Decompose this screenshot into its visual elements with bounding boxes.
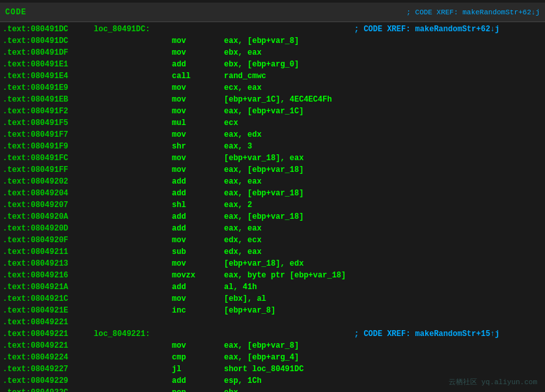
code-line: .text:080491DCmoveax, [ebp+var_8] (0, 35, 545, 47)
address: .text:08049207 (3, 199, 94, 211)
code-tab-label: CODE (5, 8, 27, 17)
mnemonic: add (172, 281, 224, 293)
operands: [ebp+var_18], edx (224, 258, 354, 270)
operands: [ebp+var_18], eax (224, 152, 354, 164)
address: .text:0804921A (3, 281, 94, 293)
mnemonic: pop (172, 387, 224, 392)
operands: eax, [ebp+var_18] (224, 164, 354, 176)
mnemonic: mov (172, 35, 224, 47)
operands: edx, eax (224, 246, 354, 258)
code-line: .text:080491F7moveax, edx (0, 129, 545, 141)
mnemonic: mov (172, 258, 224, 270)
label: loc_80491DC: (94, 23, 172, 35)
mnemonic: cmp (172, 352, 224, 363)
address: .text:08049213 (3, 258, 94, 270)
code-line: .text:08049227jlshort loc_80491DC (0, 363, 545, 375)
mnemonic: add (172, 211, 224, 223)
address: .text:080491DC (3, 23, 94, 35)
mnemonic: mov (172, 105, 224, 117)
operands: ebx (224, 387, 354, 392)
address: .text:080491F5 (3, 117, 94, 129)
address: .text:0804920A (3, 211, 94, 223)
code-line: .text:0804922Cpopebx (0, 387, 545, 392)
operands: [ebx], al (224, 293, 354, 305)
address: .text:08049221 (3, 340, 94, 352)
operands: eax, eax (224, 223, 354, 234)
code-view: CODE ; CODE XREF: makeRandomStr+62↓j .te… (0, 0, 545, 392)
operands: ebx, [ebp+arg_0] (224, 59, 354, 70)
mnemonic: mov (172, 47, 224, 59)
operands: eax, eax (224, 176, 354, 188)
address: .text:080491E4 (3, 70, 94, 82)
mnemonic: call (172, 70, 224, 82)
mnemonic: mul (172, 117, 224, 129)
address: .text:08049202 (3, 176, 94, 188)
code-line: .text:08049211subedx, eax (0, 246, 545, 258)
mnemonic: mov (172, 82, 224, 94)
address: .text:080491DC (3, 35, 94, 47)
mnemonic: mov (172, 340, 224, 352)
address: .text:08049227 (3, 363, 94, 375)
mnemonic: mov (172, 152, 224, 164)
mnemonic: shl (172, 199, 224, 211)
operands: rand_cmwc (224, 70, 354, 82)
mnemonic: sub (172, 246, 224, 258)
address: .text:0804921C (3, 293, 94, 305)
code-line: .text:08049202addeax, eax (0, 176, 545, 188)
operands: esp, 1Ch (224, 375, 354, 387)
address: .text:080491F2 (3, 105, 94, 117)
code-line: .text:0804920Fmovedx, ecx (0, 234, 545, 246)
operands: ebx, eax (224, 47, 354, 59)
mnemonic: movzx (172, 270, 224, 281)
code-line: .text:08049224cmpeax, [ebp+arg_4] (0, 352, 545, 363)
comment: ; CODE XREF: makeRandomStr+15↑j (354, 328, 499, 340)
code-line: .text:08049221loc_8049221:; CODE XREF: m… (0, 328, 545, 340)
mnemonic: add (172, 176, 224, 188)
code-line: .text:080491F5mulecx (0, 117, 545, 129)
operands: eax, [ebp+var_1C] (224, 105, 354, 117)
mnemonic: jl (172, 363, 224, 375)
mnemonic: mov (172, 293, 224, 305)
code-line: .text:0804920Aaddeax, [ebp+var_18] (0, 211, 545, 223)
mnemonic: add (172, 223, 224, 234)
code-line: .text:0804921Cmov[ebx], al (0, 293, 545, 305)
operands: eax, [ebp+arg_4] (224, 352, 354, 363)
operands: eax, [ebp+var_18] (224, 211, 354, 223)
mnemonic: add (172, 188, 224, 199)
address: .text:080491E1 (3, 59, 94, 70)
label: loc_8049221: (94, 328, 172, 340)
address: .text:080491FF (3, 164, 94, 176)
operands: ecx (224, 117, 354, 129)
operands: eax, 2 (224, 199, 354, 211)
address: .text:08049211 (3, 246, 94, 258)
address: .text:08049221 (3, 316, 94, 328)
code-line: .text:080491E1addebx, [ebp+arg_0] (0, 59, 545, 70)
address: .text:08049204 (3, 188, 94, 199)
code-line: .text:08049213mov[ebp+var_18], edx (0, 258, 545, 270)
code-line: .text:08049207shleax, 2 (0, 199, 545, 211)
operands: eax, [ebp+var_8] (224, 35, 354, 47)
code-line: .text:080491FFmoveax, [ebp+var_18] (0, 164, 545, 176)
mnemonic: mov (172, 94, 224, 105)
comment: ; CODE XREF: makeRandomStr+62↓j (354, 23, 499, 35)
mnemonic: inc (172, 305, 224, 316)
mnemonic: mov (172, 164, 224, 176)
address: .text:080491FC (3, 152, 94, 164)
code-line: .text:0804921Einc[ebp+var_8] (0, 305, 545, 316)
code-line: .text:08049221 (0, 316, 545, 328)
address: .text:0804920F (3, 234, 94, 246)
code-line: .text:080491FCmov[ebp+var_18], eax (0, 152, 545, 164)
address: .text:0804922C (3, 387, 94, 392)
code-line: .text:080491E9movecx, eax (0, 82, 545, 94)
address: .text:080491EB (3, 94, 94, 105)
code-line: .text:080491F9shreax, 3 (0, 141, 545, 152)
address: .text:08049224 (3, 352, 94, 363)
code-line: .text:08049204addeax, [ebp+var_18] (0, 188, 545, 199)
code-line: .text:080491E4callrand_cmwc (0, 70, 545, 82)
mnemonic: add (172, 59, 224, 70)
operands: [ebp+var_8] (224, 305, 354, 316)
operands: eax, byte ptr [ebp+var_18] (224, 270, 354, 281)
code-line: .text:0804921Aaddal, 41h (0, 281, 545, 293)
operands: [ebp+var_1C], 4EC4EC4Fh (224, 94, 354, 105)
mnemonic: add (172, 375, 224, 387)
